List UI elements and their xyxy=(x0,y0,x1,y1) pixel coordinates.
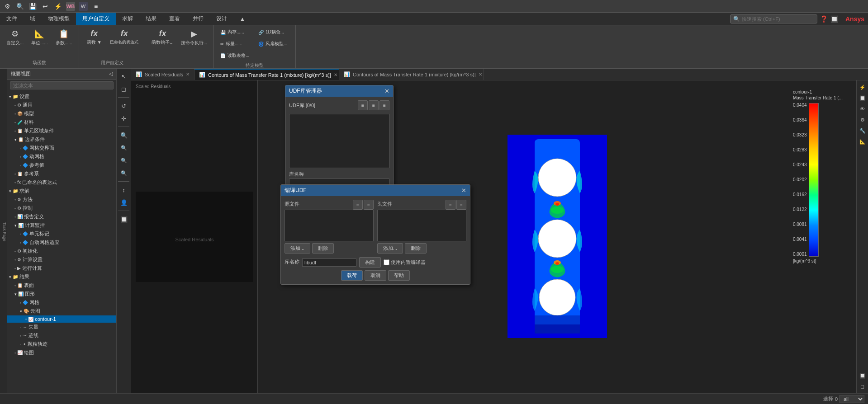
toolbar-icon-2[interactable]: 🔍 xyxy=(15,2,24,11)
ribbon-btn-named-expr[interactable]: fx 已命名的表达式 xyxy=(107,27,141,47)
tree-item-网格交界面[interactable]: ◦🔷网格交界面 xyxy=(7,144,116,152)
tree-item-运行计算[interactable]: ◦▶运行计算 xyxy=(7,264,116,272)
rs-btn-8[interactable]: ◻ xyxy=(858,381,868,391)
tree-item-迹线[interactable]: ◦〰迹线 xyxy=(7,331,116,340)
tree-item-材料[interactable]: ◦🧪材料 xyxy=(7,118,116,127)
ribbon-btn-function[interactable]: fx 函数 ▼ xyxy=(83,27,105,47)
toolbar-icon-1[interactable]: ⚙ xyxy=(3,2,12,11)
tree-item-矢量[interactable]: ◦→矢量 xyxy=(7,323,116,331)
tree-item-contour-1[interactable]: ◦📈contour-1 xyxy=(7,315,116,323)
tree-item-结果[interactable]: ▾📁结果 xyxy=(7,272,116,281)
tree-item-云图[interactable]: ▾🎨云图 xyxy=(7,307,116,315)
tree-item-绘图[interactable]: ◦📈绘图 xyxy=(7,348,116,357)
compile-udf-title-bar[interactable]: 编译UDF ✕ xyxy=(281,185,470,196)
header-listbox[interactable] xyxy=(377,210,466,241)
menu-physics[interactable]: 物理模型 xyxy=(42,13,76,25)
rs-btn-6[interactable]: 📐 xyxy=(858,136,868,146)
tree-item-单元标记[interactable]: ◦🔷单元标记 xyxy=(7,230,116,238)
rs-btn-4[interactable]: ⚙ xyxy=(858,115,868,125)
ct-btn-zoom-fit[interactable]: 🔍 xyxy=(118,155,130,166)
toolbar-icon-5[interactable]: ⚡ xyxy=(53,2,62,11)
tree-item-控制[interactable]: ◦⚙控制 xyxy=(7,204,116,212)
tree-item-颗粒轨迹[interactable]: ◦⚬颗粒轨迹 xyxy=(7,340,116,348)
tree-item-动网格[interactable]: ◦🔷动网格 xyxy=(7,152,116,161)
menu-results[interactable]: 结果 xyxy=(139,13,163,25)
ribbon-btn-hooks[interactable]: fx 函数钩子... xyxy=(149,27,176,47)
tree-item-通用[interactable]: ◦⚙通用 xyxy=(7,101,116,109)
source-listbox[interactable] xyxy=(285,210,374,241)
rs-btn-2[interactable]: 🔲 xyxy=(858,93,868,103)
ct-btn-settings[interactable]: 🔲 xyxy=(118,213,130,225)
menu-parallel[interactable]: 并行 xyxy=(186,13,210,25)
tree-item-已命名的表达式[interactable]: ◦fx已命名的表达式 xyxy=(7,178,116,187)
udf-library-list[interactable] xyxy=(289,114,389,168)
ribbon-btn-memory[interactable]: 💾 内存...... xyxy=(218,27,254,37)
udf-toolbar-btn3[interactable]: ≡ xyxy=(379,100,389,110)
header-toolbar-btn1[interactable]: ≡ xyxy=(446,200,455,210)
menu-userdef[interactable]: 用户自定义 xyxy=(76,13,116,25)
library-name-input2[interactable] xyxy=(302,258,356,267)
compile-cancel-btn[interactable]: 取消 xyxy=(365,270,386,281)
header-remove-btn[interactable]: 删除 xyxy=(405,243,427,254)
toolbar-icon-3[interactable]: 💾 xyxy=(28,2,37,11)
tree-item-设置[interactable]: ▾📁设置 xyxy=(7,92,116,101)
help-icon[interactable]: ❓ xyxy=(820,15,828,23)
tree-item-参考系[interactable]: ◦📋参考系 xyxy=(7,169,116,178)
ribbon-btn-execute[interactable]: ▶ 按命令执行... xyxy=(178,27,210,48)
menu-file[interactable]: 文件 xyxy=(0,13,24,25)
ct-btn-select[interactable]: ↖ xyxy=(118,70,130,82)
tree-item-参考值[interactable]: ◦🔷参考值 xyxy=(7,161,116,169)
compile-load-btn[interactable]: 载荷 xyxy=(341,270,363,281)
tree-item-单元区域条件[interactable]: ◦📋单元区域条件 xyxy=(7,127,116,135)
header-add-btn[interactable]: 添加... xyxy=(377,243,403,254)
tree-item-表面[interactable]: ◦📋表面 xyxy=(7,281,116,290)
tree-item-计算设置[interactable]: ◦⚙计算设置 xyxy=(7,255,116,264)
tree-item-报告定义[interactable]: ◦📊报告定义 xyxy=(7,212,116,221)
tree-item-计算监控[interactable]: ▾📊计算监控 xyxy=(7,221,116,230)
internal-compiler-check[interactable] xyxy=(384,259,389,265)
source-remove-btn[interactable]: 删除 xyxy=(312,243,334,254)
build-btn[interactable]: 构建 xyxy=(359,257,381,268)
header-toolbar-btn2[interactable]: ≡ xyxy=(456,200,466,210)
ct-btn-rect[interactable]: ◻ xyxy=(118,83,130,95)
tab-contour2-close[interactable]: ✕ xyxy=(479,72,482,77)
tree-item-模型[interactable]: ◦📦模型 xyxy=(7,109,116,118)
udf-library-title-bar[interactable]: UDF库管理器 ✕ xyxy=(285,85,393,97)
select-dropdown[interactable]: all part none xyxy=(840,395,864,403)
toolbar-icon-4[interactable]: ↩ xyxy=(41,2,50,11)
tab-contour1-close[interactable]: ✕ xyxy=(334,72,337,77)
sidebar-collapse-icon[interactable]: ◁ xyxy=(109,71,113,77)
tree-item-求解[interactable]: ▾📁求解 xyxy=(7,187,116,195)
toolbar-icon-7[interactable]: W xyxy=(79,2,88,11)
tree-item-自动网格适应[interactable]: ◦🔷自动网格适应 xyxy=(7,238,116,247)
tab-contour2[interactable]: 📊 Contours of Mass Transfer Rate 1 (mixt… xyxy=(339,69,484,80)
tree-item-边界条件[interactable]: ▾📋边界条件 xyxy=(7,135,116,144)
rs-btn-7[interactable]: 🔲 xyxy=(858,371,868,381)
rs-btn-1[interactable]: ⚡ xyxy=(858,82,868,92)
toolbar-icon-6[interactable]: WB xyxy=(66,2,75,11)
udf-toolbar-btn1[interactable]: ≡ xyxy=(358,100,368,110)
ribbon-btn-units[interactable]: 📐 单位...... xyxy=(28,27,51,48)
menu-solve[interactable]: 求解 xyxy=(116,13,139,25)
source-toolbar-btn2[interactable]: ≡ xyxy=(364,200,374,210)
tree-item-方法[interactable]: ◦⚙方法 xyxy=(7,195,116,204)
ct-btn-zoom-box[interactable]: 🔍 xyxy=(118,167,130,179)
search-input[interactable] xyxy=(742,16,814,22)
tree-item-初始化[interactable]: ◦⚙初始化 xyxy=(7,247,116,255)
ribbon-btn-fan-model[interactable]: 🌀 风扇模型... xyxy=(256,39,292,49)
tree-item-网格[interactable]: ◦🔷网格 xyxy=(7,298,116,307)
tab-contour1[interactable]: 📊 Contours of Mass Transfer Rate 1 (mixt… xyxy=(194,69,339,80)
menu-domain[interactable]: 域 xyxy=(24,13,42,25)
udf-library-close-btn[interactable]: ✕ xyxy=(384,88,389,94)
rs-btn-3[interactable]: 👁 xyxy=(858,104,868,114)
udf-toolbar-btn2[interactable]: ≡ xyxy=(369,100,379,110)
source-toolbar-btn1[interactable]: ≡ xyxy=(353,200,363,210)
ct-btn-zoom-out[interactable]: 🔍 xyxy=(118,142,130,154)
ct-btn-zoom-in[interactable]: 🔍 xyxy=(118,129,130,141)
ribbon-btn-params[interactable]: 📋 参数...... xyxy=(52,27,75,48)
compile-udf-close-btn[interactable]: ✕ xyxy=(461,187,466,194)
menu-more[interactable]: ▲ xyxy=(233,13,251,25)
ct-btn-pan[interactable]: ↕ xyxy=(118,184,130,196)
ct-btn-rotate[interactable]: ↺ xyxy=(118,100,130,112)
ct-btn-crosshair[interactable]: ✛ xyxy=(118,113,130,124)
